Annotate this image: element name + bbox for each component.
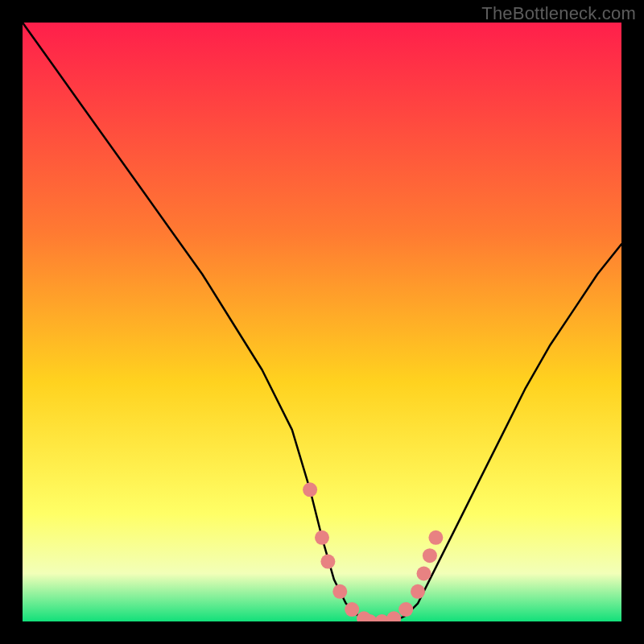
data-marker <box>345 602 359 617</box>
outer-frame: TheBottleneck.com <box>0 0 644 644</box>
data-marker <box>320 555 335 569</box>
data-marker <box>411 584 425 599</box>
chart-svg <box>23 23 621 621</box>
data-marker <box>303 482 317 497</box>
data-marker <box>315 530 329 545</box>
data-marker <box>398 602 413 617</box>
data-marker <box>332 584 347 599</box>
data-marker <box>417 567 431 581</box>
watermark-text: TheBottleneck.com <box>481 3 636 24</box>
data-marker <box>428 530 443 545</box>
data-marker <box>423 548 437 563</box>
plot-area <box>23 23 621 621</box>
